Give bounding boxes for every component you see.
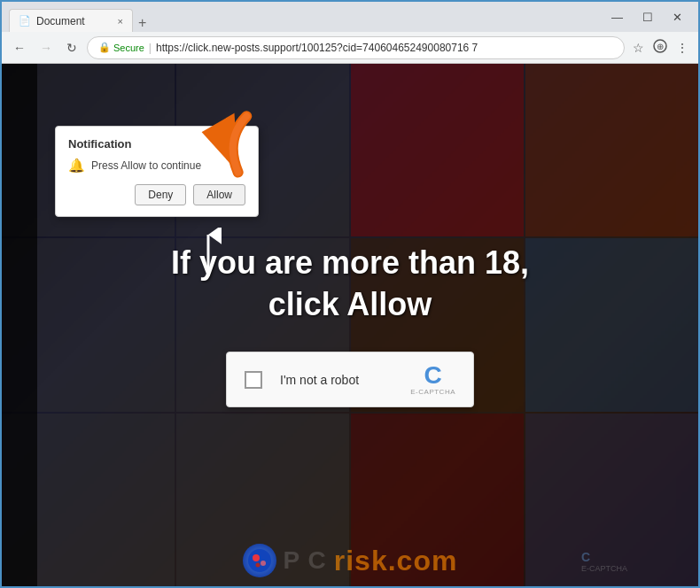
back-button[interactable]: ← bbox=[9, 38, 30, 58]
pcrisk-pc-text: P C bbox=[284, 546, 327, 575]
browser-tab[interactable]: 📄 Document × bbox=[9, 9, 133, 32]
tab-close-button[interactable]: × bbox=[118, 16, 123, 27]
captcha-watermark-bottom: C E-CAPTCHA bbox=[581, 550, 627, 573]
forward-button[interactable]: → bbox=[35, 38, 57, 58]
pcrisk-domain: risk.com bbox=[334, 545, 458, 577]
url-separator: | bbox=[149, 42, 152, 54]
address-icons: ☆ ⊕ ⋮ bbox=[630, 36, 691, 58]
captcha-c-bottom: C bbox=[581, 550, 590, 564]
captcha-c-logo: C bbox=[424, 363, 442, 388]
bell-icon: 🔔 bbox=[68, 158, 85, 174]
menu-button[interactable]: ⋮ bbox=[673, 38, 691, 58]
address-bar: ← → ↻ 🔒 Secure | https://click.new-posts… bbox=[2, 32, 698, 64]
main-headline: If you are more than 18, click Allow bbox=[171, 243, 529, 326]
minimize-button[interactable]: — bbox=[603, 7, 632, 27]
white-up-arrow bbox=[195, 228, 222, 284]
svg-point-7 bbox=[261, 561, 266, 566]
tab-bar: 📄 Document × + bbox=[9, 2, 599, 32]
url-display[interactable]: https://click.new-posts.support/100125?c… bbox=[156, 42, 478, 54]
svg-point-8 bbox=[255, 563, 260, 568]
page-content: If you are more than 18, click Allow I'm… bbox=[2, 64, 698, 586]
refresh-button[interactable]: ↻ bbox=[62, 38, 82, 58]
notification-message: Press Allow to continue bbox=[91, 159, 201, 172]
browser-window: 📄 Document × + — ☐ ✕ ← → ↻ 🔒 Secure | ht… bbox=[0, 0, 700, 588]
svg-point-5 bbox=[248, 549, 271, 572]
lock-icon: 🔒 bbox=[98, 42, 111, 53]
svg-point-6 bbox=[253, 554, 260, 561]
captcha-brand: E-CAPTCHA bbox=[410, 388, 455, 396]
bookmark-button[interactable]: ☆ bbox=[630, 38, 647, 58]
deny-button[interactable]: Deny bbox=[135, 184, 186, 205]
address-input[interactable]: 🔒 Secure | https://click.new-posts.suppo… bbox=[87, 36, 625, 59]
headline-line2: click Allow bbox=[171, 284, 529, 326]
title-bar: 📄 Document × + — ☐ ✕ bbox=[2, 2, 698, 32]
captcha-checkbox[interactable] bbox=[245, 371, 262, 389]
captcha-box[interactable]: I'm not a robot C E-CAPTCHA bbox=[226, 352, 474, 407]
notification-buttons: Deny Allow bbox=[68, 184, 245, 205]
watermark: P C risk.com C E-CAPTCHA bbox=[2, 544, 698, 577]
secure-badge: 🔒 Secure bbox=[98, 42, 144, 53]
window-controls: — ☐ ✕ bbox=[603, 7, 691, 27]
svg-text:⊕: ⊕ bbox=[657, 42, 664, 51]
secure-label: Secure bbox=[113, 43, 144, 53]
extensions-button[interactable]: ⊕ bbox=[650, 36, 670, 58]
captcha-label: I'm not a robot bbox=[280, 373, 393, 387]
new-tab-button[interactable]: + bbox=[133, 14, 152, 32]
captcha-logo: C E-CAPTCHA bbox=[410, 363, 455, 396]
maximize-button[interactable]: ☐ bbox=[634, 7, 662, 27]
pcrisk-icon bbox=[243, 544, 276, 577]
pcrisk-logo: P C risk.com bbox=[243, 544, 458, 577]
tab-title: Document bbox=[36, 15, 85, 27]
headline-line1: If you are more than 18, bbox=[171, 243, 529, 284]
ecaptcha-label-bottom: E-CAPTCHA bbox=[581, 564, 627, 573]
close-button[interactable]: ✕ bbox=[664, 7, 691, 27]
